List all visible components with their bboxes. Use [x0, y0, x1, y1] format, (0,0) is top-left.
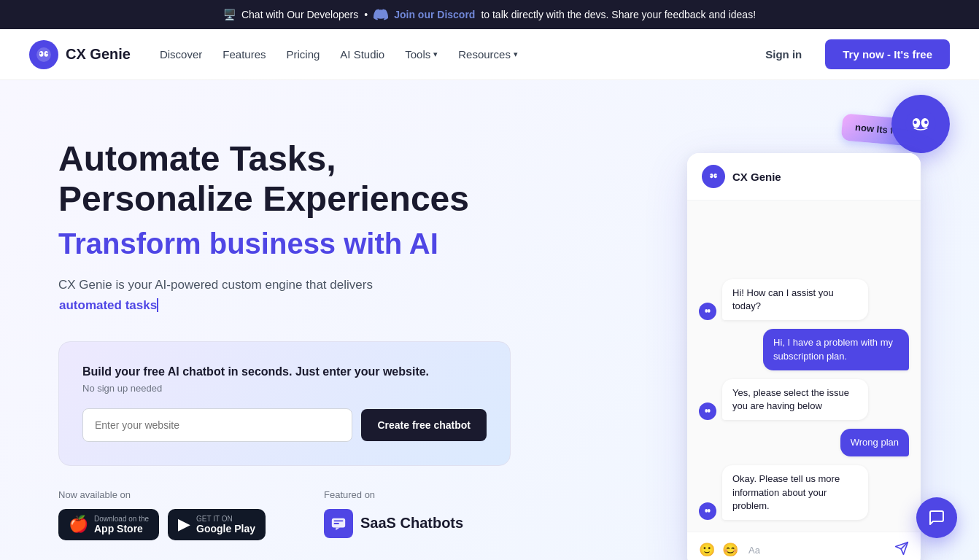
chat-bubble-bot-3: Okay. Please tell us more information ab… [722, 465, 868, 520]
navbar: CX Genie Discover Features Pricing AI St… [0, 29, 979, 80]
navbar-left: CX Genie Discover Features Pricing AI St… [29, 40, 518, 69]
svg-point-12 [924, 121, 927, 124]
saas-chatbots-icon [324, 509, 353, 538]
chatbot-card-subtitle: No sign up needed [82, 383, 487, 394]
chat-bubble-user-1: Hi, I have a problem with my subscriptio… [763, 329, 909, 370]
chat-footer: 🙂 😊 Aa [687, 532, 921, 560]
svg-point-4 [46, 52, 47, 54]
discord-link[interactable]: Join our Discord [394, 9, 475, 20]
chat-message-5: Okay. Please tell us more information ab… [699, 465, 909, 520]
featured-label: Featured on [324, 489, 463, 500]
svg-point-0 [36, 47, 51, 62]
banner-text-suffix: to talk directly with the devs. Share yo… [481, 9, 756, 20]
emoji-icon[interactable]: 🙂 [699, 542, 715, 558]
banner-separator: • [364, 9, 368, 20]
create-chatbot-button[interactable]: Create free chatbot [361, 409, 487, 441]
nav-discover[interactable]: Discover [160, 48, 202, 61]
svg-rect-7 [334, 523, 339, 524]
nav-links: Discover Features Pricing AI Studio Tool… [160, 48, 518, 61]
attach-icon[interactable]: 😊 [722, 542, 738, 558]
chat-message-2: Hi, I have a problem with my subscriptio… [699, 329, 909, 370]
bot-avatar-2 [699, 402, 716, 420]
website-input[interactable] [82, 408, 352, 442]
svg-point-20 [708, 409, 711, 413]
chat-body: Hi! How can I assist you today? Hi, I ha… [687, 201, 921, 532]
svg-point-3 [40, 52, 42, 54]
svg-rect-6 [334, 520, 344, 521]
chat-header: CX Genie [687, 153, 921, 201]
svg-point-11 [913, 121, 916, 124]
bot-avatar-1 [699, 303, 716, 320]
svg-point-22 [708, 509, 711, 513]
chat-message-4: Wrong plan [699, 429, 909, 456]
monitor-icon: 🖥️ [223, 9, 236, 20]
chat-header-name: CX Genie [732, 171, 781, 183]
send-button[interactable] [894, 541, 909, 559]
chat-header-avatar [702, 165, 725, 188]
app-store-badge[interactable]: 🍎 Download on the App Store [58, 509, 159, 540]
store-section: Now available on 🍎 Download on the App S… [58, 489, 266, 540]
nav-features[interactable]: Features [222, 48, 266, 61]
discord-icon [374, 7, 388, 22]
resources-chevron-icon: ▾ [514, 50, 518, 59]
floating-chat-button[interactable] [916, 497, 957, 538]
hero-typed-text: automated tasks [59, 298, 158, 312]
try-now-button[interactable]: Try now - It's free [825, 39, 950, 69]
svg-point-16 [716, 175, 717, 176]
banner-text-prefix: Chat with Our Developers [241, 9, 358, 20]
chatbot-builder-card: Build your free AI chatbot in seconds. J… [58, 341, 511, 466]
hero-chat-right: now Its free [687, 117, 921, 560]
nav-tools[interactable]: Tools ▾ [405, 48, 438, 61]
chat-bubble-user-2: Wrong plan [840, 429, 909, 456]
chat-bubble-bot-1: Hi! How can I assist you today? [722, 279, 868, 320]
chat-empty-space [699, 212, 909, 271]
chat-message-3: Yes, please select the issue you are hav… [699, 379, 909, 420]
chat-bubble-bot-2: Yes, please select the issue you are hav… [722, 379, 868, 420]
hero-description: CX Genie is your AI-powered custom engin… [58, 275, 511, 314]
google-play-badge[interactable]: ▶ GET IT ON Google Play [168, 509, 266, 540]
nav-pricing[interactable]: Pricing [286, 48, 320, 61]
google-play-icon: ▶ [178, 515, 190, 534]
chatbot-card-title: Build your free AI chatbot in seconds. J… [82, 365, 487, 378]
nav-ai-studio[interactable]: AI Studio [340, 48, 384, 61]
navbar-right: Sign in Try now - It's free [754, 39, 950, 69]
chat-window: CX Genie Hi! How can I assist you today? [687, 153, 921, 560]
hero-title: Automate Tasks, Personalize Experiences [58, 139, 511, 219]
svg-point-18 [708, 309, 711, 313]
tools-chevron-icon: ▾ [433, 50, 438, 59]
google-play-text: GET IT ON Google Play [196, 515, 255, 534]
top-banner: 🖥️ Chat with Our Developers • Join our D… [0, 0, 979, 29]
hero-subtitle: Transform business with AI [58, 228, 511, 260]
svg-point-15 [711, 175, 712, 176]
floating-avatar [891, 95, 950, 153]
cx-genie-floating-icon [905, 108, 937, 140]
nav-resources[interactable]: Resources ▾ [458, 48, 518, 61]
chatbot-input-row: Create free chatbot [82, 408, 487, 442]
input-placeholder-text: Aa [748, 545, 760, 556]
below-card-section: Now available on 🍎 Download on the App S… [58, 489, 511, 540]
apple-icon: 🍎 [69, 515, 88, 534]
store-section-label: Now available on [58, 489, 266, 500]
logo-name: CX Genie [66, 46, 131, 63]
hero-section: Automate Tasks, Personalize Experiences … [0, 80, 979, 560]
featured-name: SaaS Chatbots [360, 515, 463, 532]
svg-point-8 [905, 109, 935, 139]
featured-section: Featured on SaaS Chatbots [324, 489, 463, 540]
logo-icon [29, 40, 58, 69]
svg-point-21 [705, 509, 708, 513]
store-badges: 🍎 Download on the App Store ▶ GET IT ON … [58, 509, 266, 540]
featured-logo: SaaS Chatbots [324, 509, 463, 538]
logo[interactable]: CX Genie [29, 40, 131, 69]
hero-content-left: Automate Tasks, Personalize Experiences … [58, 124, 511, 540]
bot-avatar-3 [699, 502, 716, 520]
app-store-text: Download on the App Store [94, 515, 149, 534]
chat-message-1: Hi! How can I assist you today? [699, 279, 909, 320]
sign-in-button[interactable]: Sign in [754, 42, 813, 66]
svg-point-17 [705, 309, 708, 313]
svg-point-19 [705, 409, 708, 413]
